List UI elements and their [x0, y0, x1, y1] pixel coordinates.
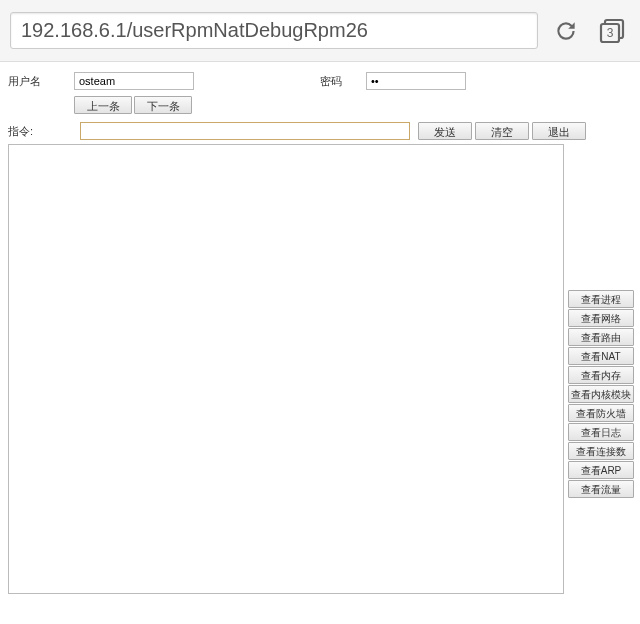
command-label: 指令: — [8, 124, 76, 139]
username-input[interactable] — [74, 72, 194, 90]
next-button[interactable]: 下一条 — [134, 96, 192, 114]
side-btn-memory[interactable]: 查看内存 — [568, 366, 634, 384]
browser-chrome: 192.168.6.1/userRpmNatDebugRpm26 3 — [0, 0, 640, 62]
reload-icon — [553, 18, 579, 44]
side-btn-firewall[interactable]: 查看防火墙 — [568, 404, 634, 422]
side-btn-conn[interactable]: 查看连接数 — [568, 442, 634, 460]
tabs-button[interactable]: 3 — [594, 13, 630, 49]
side-btn-nat[interactable]: 查看NAT — [568, 347, 634, 365]
username-label: 用户名 — [8, 74, 68, 89]
clear-button[interactable]: 清空 — [475, 122, 529, 140]
main-area — [8, 144, 632, 594]
output-textarea[interactable] — [8, 144, 564, 594]
command-input[interactable] — [80, 122, 410, 140]
credentials-row: 用户名 密码 — [8, 72, 632, 90]
side-btn-network[interactable]: 查看网络 — [568, 309, 634, 327]
reload-button[interactable] — [548, 13, 584, 49]
tabs-icon: 3 — [598, 17, 626, 45]
prev-button[interactable]: 上一条 — [74, 96, 132, 114]
side-btn-kernel[interactable]: 查看内核模块 — [568, 385, 634, 403]
password-input[interactable] — [366, 72, 466, 90]
command-buttons: 发送 清空 退出 — [418, 122, 586, 140]
send-button[interactable]: 发送 — [418, 122, 472, 140]
side-btn-process[interactable]: 查看进程 — [568, 290, 634, 308]
side-btn-traffic[interactable]: 查看流量 — [568, 480, 634, 498]
side-btn-arp[interactable]: 查看ARP — [568, 461, 634, 479]
password-label: 密码 — [320, 74, 360, 89]
url-bar[interactable]: 192.168.6.1/userRpmNatDebugRpm26 — [10, 12, 538, 49]
side-btn-log[interactable]: 查看日志 — [568, 423, 634, 441]
command-row: 指令: 发送 清空 退出 — [8, 122, 632, 140]
svg-text:3: 3 — [607, 26, 614, 40]
page-content: 用户名 密码 上一条 下一条 指令: 发送 清空 退出 查看进程 查看网络 查看… — [0, 62, 640, 602]
side-panel: 查看进程 查看网络 查看路由 查看NAT 查看内存 查看内核模块 查看防火墙 查… — [568, 290, 634, 498]
side-btn-route[interactable]: 查看路由 — [568, 328, 634, 346]
nav-row: 上一条 下一条 — [74, 96, 632, 114]
exit-button[interactable]: 退出 — [532, 122, 586, 140]
